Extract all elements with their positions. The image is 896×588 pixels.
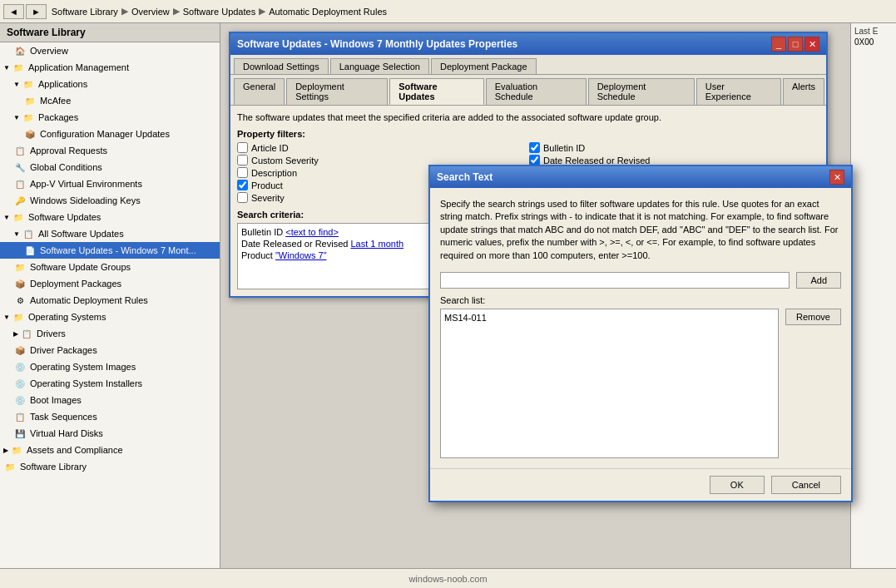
- search-input-row: Add: [440, 272, 841, 289]
- sidebar-item-approval-requests[interactable]: 📋 Approval Requests: [0, 142, 220, 159]
- search-cancel-button[interactable]: Cancel: [771, 476, 841, 494]
- content-area: Last E 0X00 Software Updates - Windows 7…: [220, 23, 896, 588]
- breadcrumb-item[interactable]: Software Updates: [183, 7, 255, 17]
- tab-deployment-settings[interactable]: Deployment Settings: [286, 78, 388, 105]
- back-button[interactable]: ◄: [3, 4, 24, 19]
- sidebar-item-label: Software Update Groups: [30, 262, 131, 272]
- sidebar-item-label: Software Updates: [28, 212, 101, 222]
- filter-product-checkbox[interactable]: [237, 180, 248, 190]
- sidebar-item-packages[interactable]: ▼ 📁 Packages: [0, 109, 220, 126]
- search-dialog-titlebar: Search Text ✕: [430, 166, 851, 188]
- breadcrumb-separator: ▶: [259, 6, 265, 17]
- sidebar-item-driver-packages[interactable]: 📦 Driver Packages: [0, 342, 220, 358]
- folder-icon: 📁: [23, 94, 37, 107]
- folder-icon: 📁: [10, 443, 23, 457]
- list-icon: 📋: [13, 144, 27, 157]
- main-dialog-maximize[interactable]: □: [788, 37, 803, 52]
- criteria-date-released-link[interactable]: Last 1 month: [350, 239, 403, 249]
- search-dialog-description: Specify the search strings used to filte…: [440, 198, 841, 262]
- tab-deployment-schedule[interactable]: Deployment Schedule: [588, 78, 695, 105]
- folder-icon: 📁: [3, 460, 17, 473]
- sidebar-item-label: Assets and Compliance: [27, 445, 123, 455]
- sidebar-item-auto-deploy[interactable]: ⚙ Automatic Deployment Rules: [0, 292, 220, 309]
- sidebar-item-label: Deployment Packages: [30, 279, 121, 289]
- right-panel: Last E 0X00: [850, 23, 896, 588]
- main-layout: Software Library 🏠 Overview ▼ 📁 Applicat…: [0, 23, 896, 588]
- breadcrumb-item[interactable]: Software Library: [52, 7, 118, 17]
- sidebar-item-applications[interactable]: ▼ 📁 Applications: [0, 76, 220, 92]
- sidebar-item-sw-update-groups[interactable]: 📁 Software Update Groups: [0, 259, 220, 275]
- tab-alerts[interactable]: Alerts: [783, 78, 824, 105]
- sidebar-item-task-sequences[interactable]: 📋 Task Sequences: [0, 408, 220, 425]
- sidebar-item-sideloading[interactable]: 🔑 Windows Sideloading Keys: [0, 192, 220, 209]
- search-remove-button[interactable]: Remove: [785, 309, 841, 325]
- forward-button[interactable]: ►: [26, 4, 47, 19]
- expand-icon: ▼: [13, 230, 20, 238]
- search-add-button[interactable]: Add: [796, 272, 841, 289]
- sidebar-item-all-software-updates[interactable]: ▼ 📋 All Software Updates: [0, 225, 220, 242]
- filter-custom-severity-checkbox[interactable]: [237, 155, 248, 166]
- tab-general[interactable]: General: [234, 78, 285, 105]
- sidebar-item-software-library-bottom[interactable]: 📁 Software Library: [0, 458, 220, 475]
- sidebar-item-overview[interactable]: 🏠 Overview: [0, 42, 220, 59]
- list-icon: 📋: [13, 410, 27, 423]
- breadcrumb-item[interactable]: Automatic Deployment Rules: [269, 7, 387, 17]
- sidebar-item-os-images[interactable]: 💿 Operating System Images: [0, 358, 220, 375]
- tab-software-updates[interactable]: Software Updates: [389, 78, 484, 105]
- criteria-bulletin-id-link[interactable]: <text to find>: [285, 227, 339, 237]
- sidebar-item-operating-systems[interactable]: ▼ 📁 Operating Systems: [0, 309, 220, 325]
- filter-bulletin-id-checkbox[interactable]: [529, 142, 540, 153]
- search-list-item[interactable]: MS14-011: [444, 313, 775, 323]
- sidebar-item-os-installers[interactable]: 💿 Operating System Installers: [0, 375, 220, 392]
- search-ok-button[interactable]: OK: [710, 476, 765, 494]
- sidebar-item-label: Overview: [30, 46, 68, 56]
- gear-icon: ⚙: [13, 294, 27, 307]
- folder-icon: 📁: [12, 310, 25, 324]
- statusbar: windows-noob.com: [0, 568, 896, 588]
- tab-deployment-package[interactable]: Deployment Package: [431, 58, 537, 74]
- filter-article-id-checkbox[interactable]: [237, 142, 248, 153]
- statusbar-text: windows-noob.com: [408, 574, 487, 584]
- package-icon: 📦: [13, 343, 27, 357]
- tab-user-experience[interactable]: User Experience: [696, 78, 781, 105]
- main-dialog-minimize[interactable]: _: [771, 37, 786, 52]
- sidebar-item-software-updates[interactable]: ▼ 📁 Software Updates: [0, 209, 220, 225]
- breadcrumb-item[interactable]: Overview: [131, 7, 170, 17]
- sidebar-item-label: All Software Updates: [38, 229, 124, 239]
- sidebar-item-appv[interactable]: 📋 App-V Virtual Environments: [0, 175, 220, 192]
- expand-icon: ▼: [13, 81, 20, 88]
- key-icon: 🔑: [13, 194, 27, 207]
- sidebar-item-app-management[interactable]: ▼ 📁 Application Management: [0, 59, 220, 76]
- criteria-product-link[interactable]: "Windows 7": [275, 250, 327, 260]
- filter-description-checkbox[interactable]: [237, 167, 248, 178]
- search-text-input[interactable]: [440, 272, 790, 289]
- filter-severity-checkbox[interactable]: [237, 192, 248, 203]
- sidebar-item-sw-updates-win7[interactable]: 📄 Software Updates - Windows 7 Mont...: [0, 242, 220, 259]
- tab-language-selection[interactable]: Language Selection: [330, 58, 429, 74]
- filter-custom-severity-label: Custom Severity: [251, 156, 319, 166]
- expand-icon: ▶: [13, 330, 18, 338]
- sidebar-item-label: Global Conditions: [30, 162, 102, 172]
- sidebar-item-assets-compliance[interactable]: ▶ 📁 Assets and Compliance: [0, 442, 220, 458]
- filter-severity-label: Severity: [251, 193, 285, 203]
- tab-download-settings[interactable]: Download Settings: [234, 58, 329, 74]
- sidebar-item-global-conditions[interactable]: 🔧 Global Conditions: [0, 159, 220, 175]
- package-icon: 📦: [13, 277, 27, 290]
- expand-icon: ▶: [3, 447, 8, 454]
- sidebar-item-boot-images[interactable]: 💿 Boot Images: [0, 392, 220, 408]
- tab-evaluation-schedule[interactable]: Evaluation Schedule: [486, 78, 587, 105]
- sidebar-item-config-mgr-updates[interactable]: 📦 Configuration Manager Updates: [0, 126, 220, 142]
- sidebar-item-mcafee[interactable]: 📁 McAfee: [0, 92, 220, 109]
- sidebar-item-deployment-packages[interactable]: 📦 Deployment Packages: [0, 275, 220, 292]
- sidebar-item-label: Packages: [38, 112, 78, 122]
- sidebar-item-drivers[interactable]: ▶ 📋 Drivers: [0, 325, 220, 342]
- folder-icon: 📁: [22, 111, 35, 124]
- tab-row-2: General Deployment Settings Software Upd…: [230, 75, 826, 106]
- list-icon: 📋: [20, 327, 33, 340]
- main-dialog-close[interactable]: ✕: [804, 37, 819, 52]
- sidebar-item-vhd[interactable]: 💾 Virtual Hard Disks: [0, 425, 220, 442]
- sidebar-item-label: Driver Packages: [30, 345, 97, 355]
- list-icon: 📋: [22, 227, 35, 240]
- search-dialog-close-button[interactable]: ✕: [829, 170, 844, 185]
- right-panel-value: 0X00: [854, 37, 893, 47]
